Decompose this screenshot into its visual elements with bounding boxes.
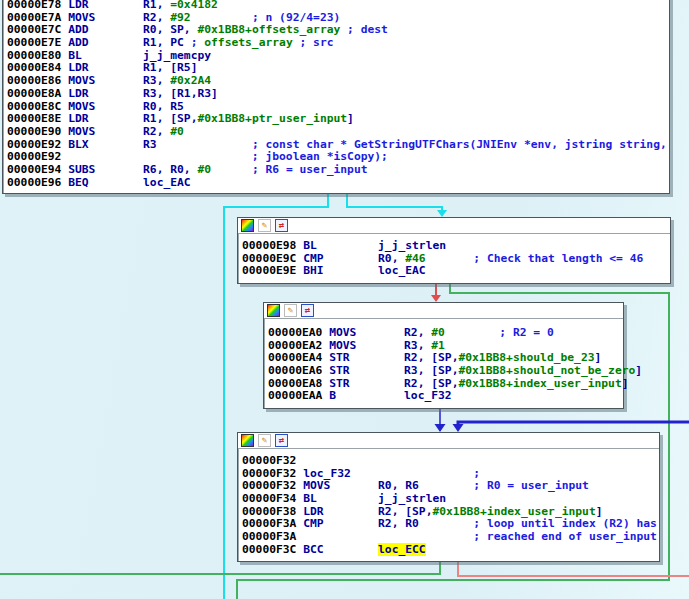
- asm-address: 00000E8A: [7, 87, 68, 100]
- asm-text: MOVS: [329, 339, 404, 352]
- asm-address: 00000E78: [7, 0, 68, 11]
- node-color-icon[interactable]: [241, 434, 254, 447]
- asm-address: 00000E8E: [7, 112, 68, 125]
- edit-node-icon[interactable]: ✎: [258, 434, 271, 447]
- asm-text: MOVS: [68, 100, 143, 113]
- asm-text: BL: [303, 239, 378, 252]
- edge-e96-to-e98-arrowhead: [437, 210, 447, 217]
- edit-node-icon[interactable]: ✎: [258, 219, 271, 232]
- asm-comment: ; R0 = user_input: [473, 479, 589, 492]
- asm-text: [351, 467, 473, 480]
- asm-text: R2,: [143, 11, 170, 24]
- asm-text: [426, 252, 474, 265]
- asm-immediate: #0: [170, 125, 184, 138]
- asm-address: 00000EA0: [268, 326, 329, 339]
- block-ea0-code: 00000EA0 MOVS R2, #0 ; R2 = 000000EA2 MO…: [264, 319, 623, 405]
- asm-text: R3, [SP,: [404, 364, 458, 377]
- asm-address: 00000E8C: [7, 100, 68, 113]
- asm-comment: ; Check that length <= 46: [473, 252, 643, 265]
- asm-address: 00000E84: [7, 61, 68, 74]
- asm-address: 00000EA4: [268, 351, 329, 364]
- asm-text: BLX: [68, 138, 143, 151]
- asm-text: ]: [596, 505, 603, 518]
- asm-comment: ; const char * GetStringUTFChars(JNIEnv …: [252, 138, 667, 151]
- node-color-icon[interactable]: [241, 219, 254, 232]
- edge-f3c-taken-loc-ecc: [0, 560, 440, 574]
- asm-immediate: #92: [170, 11, 190, 24]
- asm-text: STR: [329, 364, 404, 377]
- asm-text: MOVS: [329, 326, 404, 339]
- asm-text: SUBS: [68, 163, 143, 176]
- asm-text: [419, 517, 473, 530]
- edge-e96-to-e98: [347, 192, 442, 210]
- asm-comment: ;: [473, 467, 480, 480]
- asm-text: R2, [SP,: [378, 505, 432, 518]
- asm-text: LDR: [68, 61, 143, 74]
- asm-address: 00000F3C: [242, 543, 303, 556]
- asm-immediate: #0x1BB8+index_user_input: [432, 505, 595, 518]
- block-ea0[interactable]: ✎⇄00000EA0 MOVS R2, #0 ; R2 = 000000EA2 …: [263, 302, 624, 409]
- asm-text: R2, R0: [378, 517, 419, 530]
- block-e98[interactable]: ✎⇄00000E98 BL j_j_strlen00000E9C CMP R0,…: [237, 217, 671, 284]
- asm-address: 00000E92: [7, 138, 68, 151]
- block-f32-titlebar[interactable]: ✎⇄: [238, 433, 659, 449]
- asm-text: R6, R0,: [143, 163, 197, 176]
- asm-address: 00000F34: [242, 492, 303, 505]
- edge-offscreen-to-f32-arrowhead: [453, 424, 464, 432]
- asm-address: 00000EAA: [268, 389, 329, 402]
- asm-text: ]: [635, 364, 642, 377]
- asm-text: BEQ: [68, 176, 143, 189]
- asm-text: R2,: [404, 326, 431, 339]
- asm-address: 00000EA8: [268, 377, 329, 390]
- edge-offscreen-to-f32: [458, 422, 689, 424]
- asm-text: ]: [347, 112, 354, 125]
- asm-address: 00000E9E: [242, 264, 303, 277]
- group-node-icon[interactable]: ⇄: [301, 304, 314, 317]
- asm-comment: ; jboolean *isCopy);: [252, 150, 388, 163]
- asm-text: [303, 530, 473, 543]
- asm-address: 00000F32: [242, 467, 303, 480]
- asm-text: j_j_memcpy: [143, 49, 211, 62]
- block-e98-code: 00000E98 BL j_j_strlen00000E9C CMP R0, #…: [238, 234, 670, 280]
- asm-line: 00000EAA B loc_F32: [268, 390, 623, 403]
- asm-text: R0,: [378, 252, 405, 265]
- asm-address: 00000E7E: [7, 36, 68, 49]
- asm-text: [445, 326, 499, 339]
- block-e98-titlebar[interactable]: ✎⇄: [238, 218, 670, 234]
- block-e78[interactable]: ✎⇄00000E78 LDR R1, =0x418200000E7A MOVS …: [2, 0, 670, 194]
- edge-eaa-to-f32-arrowhead: [435, 424, 446, 432]
- group-node-icon[interactable]: ⇄: [275, 219, 288, 232]
- asm-text: [293, 36, 300, 49]
- asm-address: 00000F38: [242, 505, 303, 518]
- asm-text: BL: [68, 49, 143, 62]
- block-f32[interactable]: ✎⇄00000F3200000F32 loc_F32 ;00000F32 MOV…: [237, 432, 660, 562]
- asm-text: ADD: [68, 36, 143, 49]
- asm-address: 00000E9C: [242, 252, 303, 265]
- block-ea0-titlebar[interactable]: ✎⇄: [264, 303, 623, 319]
- asm-address: 00000EA2: [268, 339, 329, 352]
- asm-text: CMP: [303, 252, 378, 265]
- asm-comment: ;: [191, 36, 205, 49]
- asm-text: B: [329, 389, 404, 402]
- asm-address: 00000E90: [7, 125, 68, 138]
- asm-text: MOVS: [68, 11, 143, 24]
- asm-address: 00000E94: [7, 163, 68, 176]
- asm-text: R0, SP,: [143, 23, 197, 36]
- asm-text: R0, R5: [143, 100, 184, 113]
- asm-text: STR: [329, 351, 404, 364]
- block-f32-code: 00000F3200000F32 loc_F32 ;00000F32 MOVS …: [238, 449, 659, 559]
- asm-immediate: #0x2A4: [170, 74, 211, 87]
- asm-text: [68, 150, 252, 163]
- edit-node-icon[interactable]: ✎: [284, 304, 297, 317]
- asm-text: R1, PC: [143, 36, 191, 49]
- asm-line: 00000E96 BEQ loc_EAC: [7, 177, 669, 190]
- asm-text: R2,: [143, 125, 170, 138]
- asm-address: 00000E86: [7, 74, 68, 87]
- asm-text: LDR: [68, 87, 143, 100]
- asm-comment: ; R2 = 0: [499, 326, 553, 339]
- asm-immediate: #0: [431, 326, 445, 339]
- asm-comment: ; dest: [347, 23, 388, 36]
- asm-address: 00000E92: [7, 150, 68, 163]
- group-node-icon[interactable]: ⇄: [275, 434, 288, 447]
- node-color-icon[interactable]: [267, 304, 280, 317]
